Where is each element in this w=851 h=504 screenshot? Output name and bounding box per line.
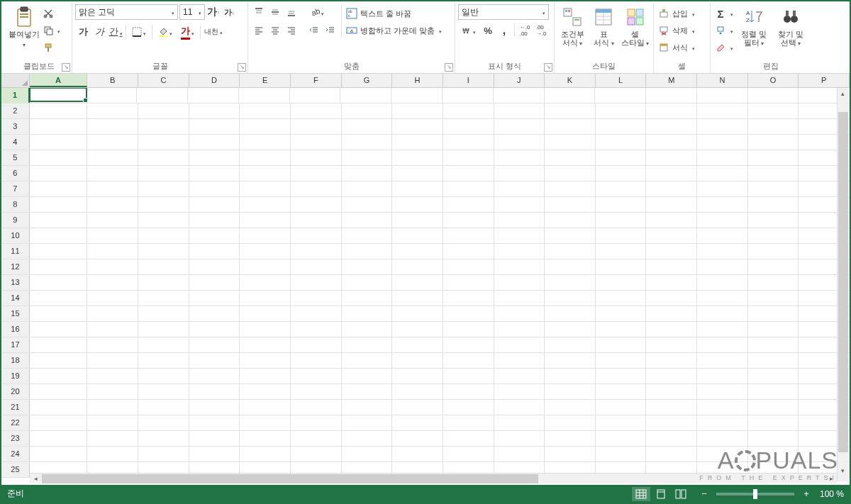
- cell[interactable]: [545, 415, 596, 430]
- cell[interactable]: [748, 119, 799, 134]
- cell[interactable]: [443, 384, 494, 399]
- cell[interactable]: [443, 291, 494, 306]
- insert-button[interactable]: 삽입: [657, 6, 707, 21]
- cell[interactable]: [291, 213, 342, 228]
- cell[interactable]: [138, 259, 189, 274]
- cell[interactable]: [291, 447, 342, 461]
- cell[interactable]: [87, 259, 138, 274]
- cell[interactable]: [596, 447, 647, 461]
- cell[interactable]: [545, 353, 596, 368]
- zoom-in-button[interactable]: +: [801, 488, 811, 499]
- cell[interactable]: [342, 181, 393, 196]
- cell[interactable]: [697, 291, 748, 306]
- cell[interactable]: [291, 103, 342, 118]
- align-right-button[interactable]: [284, 23, 299, 38]
- find-select-button[interactable]: 찾기 및선택: [773, 4, 808, 48]
- cell[interactable]: [545, 369, 596, 383]
- borders-button[interactable]: [128, 24, 150, 40]
- cell[interactable]: [30, 150, 88, 165]
- cell[interactable]: [596, 166, 647, 181]
- cell[interactable]: [30, 135, 88, 150]
- row-header[interactable]: 23: [1, 431, 30, 446]
- cell[interactable]: [596, 150, 647, 165]
- cell[interactable]: [545, 322, 596, 337]
- cell[interactable]: [342, 447, 393, 461]
- cell[interactable]: [30, 337, 88, 352]
- cell[interactable]: [189, 213, 240, 228]
- cell[interactable]: [596, 259, 647, 274]
- cell[interactable]: [697, 150, 748, 165]
- cell[interactable]: [240, 384, 291, 399]
- cell[interactable]: [30, 322, 88, 337]
- underline-button[interactable]: 간: [108, 24, 123, 40]
- cell[interactable]: [392, 135, 443, 150]
- cell[interactable]: [748, 400, 799, 415]
- cell[interactable]: [596, 369, 647, 383]
- cell[interactable]: [596, 322, 647, 337]
- cell[interactable]: [342, 275, 393, 290]
- cell[interactable]: [494, 400, 545, 415]
- delete-button[interactable]: 삭제: [657, 23, 707, 38]
- cell[interactable]: [646, 150, 697, 165]
- cell[interactable]: [494, 337, 545, 352]
- cell[interactable]: [443, 353, 494, 368]
- cell[interactable]: [443, 306, 494, 321]
- cell[interactable]: [138, 384, 189, 399]
- column-header-I[interactable]: I: [443, 74, 494, 87]
- cell[interactable]: [239, 88, 290, 103]
- cell[interactable]: [748, 197, 799, 212]
- cell[interactable]: [596, 431, 647, 446]
- cell[interactable]: [697, 353, 748, 368]
- cell[interactable]: [392, 322, 443, 337]
- cell[interactable]: [240, 400, 291, 415]
- grow-font-button[interactable]: 가↑: [206, 4, 221, 20]
- cell[interactable]: [291, 166, 342, 181]
- cell[interactable]: [342, 369, 393, 383]
- cell[interactable]: [494, 369, 545, 383]
- zoom-slider[interactable]: [716, 493, 794, 495]
- align-top-button[interactable]: [251, 4, 267, 20]
- page-break-view-button[interactable]: [672, 487, 690, 501]
- cell[interactable]: [189, 259, 240, 274]
- scroll-left-button[interactable]: ◂: [30, 475, 41, 482]
- cell[interactable]: [342, 150, 393, 165]
- number-format-combo[interactable]: 일반: [458, 4, 549, 20]
- cell[interactable]: [494, 135, 545, 150]
- cell[interactable]: [291, 197, 342, 212]
- cell[interactable]: [697, 259, 748, 274]
- vertical-scrollbar[interactable]: ▴ ▾: [837, 88, 848, 481]
- cell[interactable]: [443, 415, 494, 430]
- cell[interactable]: [697, 213, 748, 228]
- cell[interactable]: [291, 431, 342, 446]
- percent-button[interactable]: %: [480, 23, 496, 38]
- align-center-button[interactable]: [267, 23, 283, 38]
- cell[interactable]: [646, 306, 697, 321]
- cell[interactable]: [697, 400, 748, 415]
- cell[interactable]: [392, 275, 443, 290]
- cell[interactable]: [494, 228, 545, 243]
- cell[interactable]: [30, 197, 88, 212]
- cell[interactable]: [138, 369, 189, 383]
- cell[interactable]: [240, 369, 291, 383]
- cell[interactable]: [240, 197, 291, 212]
- cell[interactable]: [240, 119, 291, 134]
- cell[interactable]: [545, 431, 596, 446]
- cell[interactable]: [189, 103, 240, 118]
- cell[interactable]: [87, 415, 138, 430]
- cell[interactable]: [87, 431, 138, 446]
- column-header-F[interactable]: F: [291, 74, 342, 87]
- cell[interactable]: [494, 306, 545, 321]
- cell[interactable]: [87, 88, 138, 103]
- clipboard-dialog-launcher[interactable]: [62, 63, 70, 72]
- cell[interactable]: [646, 400, 697, 415]
- row-header[interactable]: 2: [1, 103, 30, 118]
- cell[interactable]: [494, 88, 545, 103]
- cell[interactable]: [392, 447, 443, 461]
- cell[interactable]: [748, 415, 799, 430]
- cell[interactable]: [748, 447, 799, 461]
- cell[interactable]: [646, 431, 697, 446]
- cell[interactable]: [596, 384, 647, 399]
- cell[interactable]: [138, 400, 189, 415]
- cell[interactable]: [87, 166, 138, 181]
- row-header[interactable]: 18: [1, 353, 30, 368]
